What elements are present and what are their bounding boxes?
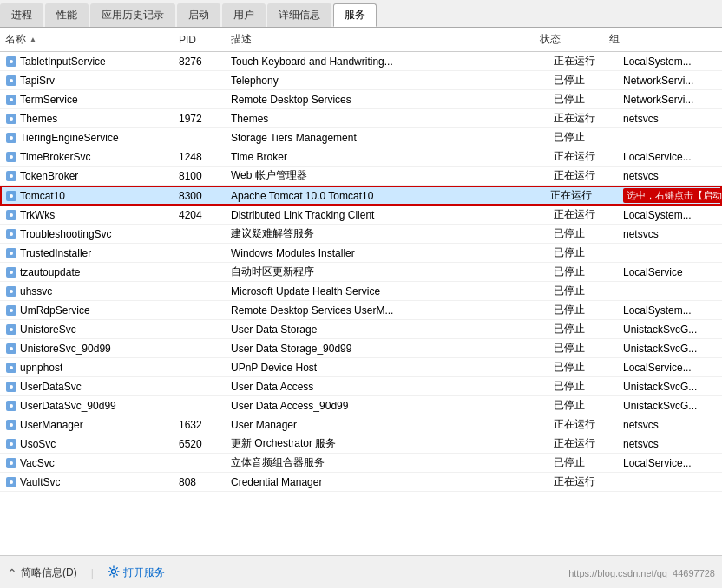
service-name-text: UnistoreSvc — [20, 323, 76, 336]
cell-desc: 建议疑难解答服务 — [226, 225, 548, 243]
svg-point-11 — [10, 155, 13, 159]
cell-pid — [174, 377, 226, 395]
cell-desc: Microsoft Update Health Service — [226, 282, 548, 300]
svg-point-33 — [10, 366, 13, 369]
summary-toggle[interactable]: ⌃ 简略信息(D) — [7, 565, 77, 580]
table-row[interactable]: VaultSvc808Credential Manager正在运行 — [0, 473, 722, 492]
service-icon — [5, 362, 17, 374]
cell-desc: User Data Access_90d99 — [226, 396, 548, 415]
table-row[interactable]: TabletInputService8276Touch Keyboard and… — [0, 52, 722, 71]
table-row[interactable]: UnistoreSvcUser Data Storage已停止UnistackS… — [0, 320, 722, 339]
service-name-text: Tomcat10 — [20, 190, 65, 202]
service-name-text: UserDataSvc — [20, 381, 82, 393]
table-row[interactable]: upnphostUPnP Device Host已停止LocalService.… — [0, 358, 722, 377]
open-services-link[interactable]: 打开服务 — [108, 565, 165, 580]
cell-desc: 更新 Orchestrator 服务 — [226, 434, 548, 453]
cell-status: 正在运行 — [548, 206, 618, 224]
service-name-text: TapiSrv — [20, 75, 55, 87]
table-row[interactable]: UserDataSvcUser Data Access已停止UnistackSv… — [0, 377, 722, 396]
cell-name: TrkWks — [0, 206, 174, 224]
table-row[interactable]: UserManager1632User Manager正在运行netsvcs — [0, 415, 722, 434]
tab-details[interactable]: 详细信息 — [267, 3, 331, 27]
cell-pid: 6520 — [174, 434, 226, 453]
service-name-text: TokenBroker — [20, 170, 78, 182]
cell-desc: Windows Modules Installer — [226, 244, 548, 262]
cell-status: 已停止 — [548, 454, 618, 472]
tab-users[interactable]: 用户 — [222, 3, 266, 27]
col-group[interactable]: 组 — [604, 30, 708, 49]
svg-point-17 — [10, 213, 13, 217]
col-name[interactable]: 名称 ▲ — [0, 30, 174, 49]
service-icon — [5, 438, 17, 450]
table-row[interactable]: TrkWks4204Distributed Link Tracking Clie… — [0, 206, 722, 225]
bottom-bar: ⌃ 简略信息(D) | 打开服务 https://blog.csdn.net/q… — [0, 555, 722, 588]
col-status[interactable]: 状态 — [535, 30, 604, 49]
cell-group: LocalService... — [618, 358, 722, 376]
cell-desc: Remote Desktop Services UserM... — [226, 301, 548, 319]
tab-app-history[interactable]: 应用历史记录 — [90, 3, 175, 27]
service-icon — [5, 151, 17, 163]
svg-point-29 — [10, 328, 13, 331]
cell-group — [618, 244, 722, 262]
table-row[interactable]: UsoSvc6520更新 Orchestrator 服务正在运行netsvcs — [0, 434, 722, 454]
summary-label: 简略信息(D) — [21, 565, 77, 580]
table-row[interactable]: uhssvcMicrosoft Update Health Service已停止 — [0, 282, 722, 301]
cell-group: UnistackSvcG... — [618, 377, 722, 395]
cell-pid: 8100 — [174, 167, 226, 185]
table-row[interactable]: TapiSrvTelephony已停止NetworkServi... — [0, 71, 722, 90]
cell-pid — [174, 339, 226, 357]
table-row[interactable]: VacSvc立体音频组合器服务已停止LocalService... — [0, 454, 722, 473]
table-row[interactable]: UmRdpServiceRemote Desktop Services User… — [0, 301, 722, 320]
cell-name: TabletInputService — [0, 52, 174, 70]
service-name-text: TimeBrokerSvc — [20, 151, 91, 163]
tab-startup[interactable]: 启动 — [177, 3, 220, 27]
tab-bar: 进程 性能 应用历史记录 启动 用户 详细信息 服务 — [0, 0, 722, 28]
cell-name: UnistoreSvc_90d99 — [0, 339, 174, 357]
col-desc[interactable]: 描述 — [226, 30, 535, 49]
table-row[interactable]: TokenBroker8100Web 帐户管理器正在运行netsvcs — [0, 167, 722, 186]
table-row[interactable]: UnistoreSvc_90d99User Data Storage_90d99… — [0, 339, 722, 358]
svg-point-15 — [10, 194, 13, 198]
cell-name: UserDataSvc_90d99 — [0, 396, 174, 415]
table-row[interactable]: UserDataSvc_90d99User Data Access_90d99已… — [0, 396, 722, 415]
cell-pid — [174, 225, 226, 243]
cell-status: 正在运行 — [548, 147, 618, 166]
service-icon — [5, 132, 17, 144]
svg-point-9 — [10, 136, 13, 140]
cell-desc: Apache Tomcat 10.0 Tomcat10 — [227, 187, 547, 204]
service-icon — [5, 75, 17, 87]
service-icon — [5, 209, 17, 221]
cell-name: TieringEngineService — [0, 128, 174, 147]
tab-performance[interactable]: 性能 — [45, 3, 89, 27]
table-row[interactable]: Themes1972Themes正在运行netsvcs — [0, 109, 722, 128]
service-name-text: UserManager — [20, 419, 83, 431]
cell-status: 已停止 — [548, 377, 618, 395]
cell-name: VacSvc — [0, 454, 174, 472]
cell-group: LocalSystem... — [618, 206, 722, 224]
service-icon — [5, 400, 17, 412]
table-row[interactable]: Tomcat108300Apache Tomcat 10.0 Tomcat10正… — [0, 186, 722, 206]
table-row[interactable]: TieringEngineServiceStorage Tiers Manage… — [0, 128, 722, 147]
table-row[interactable]: TimeBrokerSvc1248Time Broker正在运行LocalSer… — [0, 147, 722, 167]
cell-pid: 1632 — [174, 415, 226, 434]
cell-status: 已停止 — [548, 339, 618, 357]
cell-status: 正在运行 — [548, 167, 618, 185]
cell-group — [618, 473, 722, 491]
service-name-text: VacSvc — [20, 457, 55, 469]
table-row[interactable]: TermServiceRemote Desktop Services已停止Net… — [0, 90, 722, 109]
cell-group: netsvcs — [618, 434, 722, 453]
cell-name: UserDataSvc — [0, 377, 174, 395]
service-name-text: uhssvc — [20, 285, 52, 297]
col-pid[interactable]: PID — [174, 30, 226, 49]
cell-pid — [174, 358, 226, 376]
table-row[interactable]: TroubleshootingSvc建议疑难解答服务已停止netsvcs — [0, 225, 722, 244]
table-row[interactable]: TrustedInstallerWindows Modules Installe… — [0, 244, 722, 263]
svg-point-1 — [10, 60, 13, 63]
col-name-label: 名称 — [5, 32, 26, 47]
table-row[interactable]: tzautoupdate自动时区更新程序已停止LocalService — [0, 263, 722, 282]
cell-group: NetworkServi... — [618, 71, 722, 89]
cell-group — [618, 128, 722, 147]
tab-process[interactable]: 进程 — [0, 3, 43, 27]
tab-services[interactable]: 服务 — [333, 3, 377, 27]
svg-point-39 — [10, 423, 13, 427]
